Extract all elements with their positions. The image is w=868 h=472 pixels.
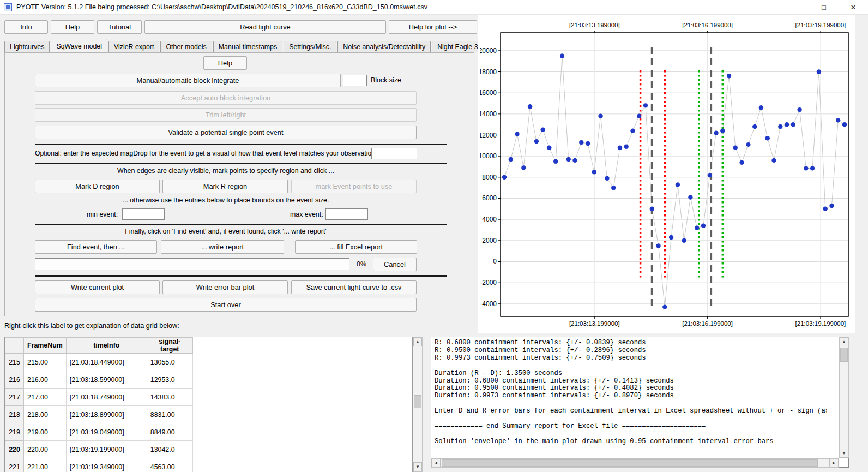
- cell-timeinfo[interactable]: [21:03:18.599000]: [66, 371, 147, 389]
- data-point[interactable]: [752, 124, 757, 129]
- data-point[interactable]: [778, 124, 782, 129]
- mark-d-region-button[interactable]: Mark D region: [35, 180, 160, 193]
- mark-event-points-button[interactable]: mark Event points to use: [291, 180, 417, 193]
- cell-framenum[interactable]: 215.00: [24, 354, 67, 371]
- tab-vizier-export[interactable]: VizieR export: [108, 41, 159, 52]
- report-console[interactable]: R: 0.6800 containment intervals: {+/- 0.…: [431, 337, 849, 468]
- row-header[interactable]: 218: [5, 406, 24, 423]
- mark-r-region-button[interactable]: Mark R region: [162, 180, 288, 193]
- data-point[interactable]: [771, 158, 776, 163]
- data-point[interactable]: [669, 235, 673, 240]
- data-point[interactable]: [521, 165, 526, 170]
- column-header-framenum[interactable]: FrameNum: [24, 338, 67, 354]
- scroll-down-icon[interactable]: ▼: [840, 449, 848, 458]
- row-header[interactable]: 217: [5, 389, 24, 406]
- data-point[interactable]: [701, 224, 706, 228]
- data-point[interactable]: [682, 238, 686, 243]
- find-event-button[interactable]: Find event, then ...: [35, 240, 157, 254]
- row-header[interactable]: 219: [5, 423, 24, 441]
- read-light-curve-button[interactable]: Read light curve: [144, 20, 386, 34]
- scroll-left-icon[interactable]: ◄: [431, 459, 441, 467]
- data-point[interactable]: [579, 140, 583, 145]
- data-point[interactable]: [637, 114, 641, 118]
- data-point[interactable]: [618, 146, 622, 150]
- help-for-plot-button[interactable]: Help for plot -->: [389, 20, 477, 34]
- cell-framenum[interactable]: 216.00: [24, 371, 67, 389]
- data-point[interactable]: [714, 130, 718, 135]
- data-point[interactable]: [605, 176, 609, 181]
- row-header[interactable]: 221: [5, 458, 24, 472]
- cell-signal-target[interactable]: 13055.0: [147, 354, 192, 371]
- cell-signal-target[interactable]: 8849.00: [147, 423, 192, 441]
- cell-timeinfo[interactable]: [21:03:19.199000]: [66, 441, 147, 458]
- start-over-button[interactable]: Start over: [35, 298, 417, 312]
- min-event-input[interactable]: [122, 208, 165, 220]
- cell-framenum[interactable]: 217.00: [24, 389, 67, 406]
- data-point[interactable]: [785, 122, 789, 127]
- scroll-right-icon[interactable]: ►: [829, 459, 839, 467]
- row-header[interactable]: 215: [5, 354, 24, 371]
- scroll-up-icon[interactable]: ▲: [840, 337, 848, 346]
- tab-settings-misc-[interactable]: Settings/Misc.: [284, 41, 336, 52]
- data-point[interactable]: [547, 146, 551, 150]
- data-point[interactable]: [759, 105, 763, 110]
- info-button[interactable]: Info: [4, 20, 48, 34]
- data-point[interactable]: [817, 69, 821, 74]
- maximize-icon[interactable]: □: [809, 0, 839, 15]
- report-horizontal-scrollbar[interactable]: ◄ ►: [431, 458, 839, 468]
- magdrop-input[interactable]: [371, 148, 417, 159]
- panel-help-button[interactable]: Help: [203, 56, 247, 70]
- trim-left-right-button[interactable]: Trim left/right: [35, 108, 417, 122]
- cell-timeinfo[interactable]: [21:03:18.449000]: [66, 354, 147, 371]
- grid-vertical-scrollbar[interactable]: ▲ ▼: [413, 337, 423, 472]
- row-header[interactable]: 220: [5, 441, 24, 458]
- data-point[interactable]: [836, 118, 840, 122]
- tutorial-button[interactable]: Tutorial: [97, 20, 142, 34]
- data-point[interactable]: [797, 107, 801, 112]
- grid-scrollbar-thumb[interactable]: [414, 395, 421, 408]
- data-point[interactable]: [534, 139, 539, 144]
- tab-manual-timestamps[interactable]: Manual timestamps: [213, 41, 282, 52]
- tab-night-eagle-3[interactable]: Night Eagle 3: [432, 41, 483, 52]
- grid-explanation-label[interactable]: Right-click this label to get explanatio…: [4, 322, 179, 330]
- data-point[interactable]: [528, 104, 532, 109]
- data-grid[interactable]: FrameNumtimeInfosignal-target215215.00[2…: [4, 337, 413, 472]
- cell-framenum[interactable]: 219.00: [24, 423, 67, 441]
- data-point[interactable]: [592, 170, 596, 174]
- cell-signal-target[interactable]: 8831.00: [147, 406, 192, 423]
- data-point[interactable]: [695, 225, 699, 230]
- cell-timeinfo[interactable]: [21:03:19.349000]: [66, 458, 147, 472]
- data-point[interactable]: [823, 207, 828, 211]
- data-point[interactable]: [791, 122, 795, 127]
- cell-signal-target[interactable]: 4563.00: [147, 458, 192, 472]
- tab-sqwave-model[interactable]: SqWave model: [51, 39, 107, 52]
- data-point[interactable]: [746, 142, 750, 147]
- data-point[interactable]: [708, 173, 712, 177]
- data-point[interactable]: [624, 145, 629, 149]
- write-current-plot-button[interactable]: Write current plot: [35, 280, 160, 294]
- data-point[interactable]: [572, 158, 577, 163]
- cell-signal-target[interactable]: 13042.0: [147, 441, 192, 458]
- block-integrate-button[interactable]: Manual/automatic block integrate: [35, 74, 341, 87]
- help-button[interactable]: Help: [51, 20, 94, 34]
- data-point[interactable]: [502, 175, 507, 180]
- block-size-input[interactable]: [343, 75, 367, 86]
- cancel-button[interactable]: Cancel: [373, 258, 417, 271]
- accept-auto-block-button[interactable]: Accept auto block integration: [35, 91, 417, 105]
- cell-timeinfo[interactable]: [21:03:18.749000]: [66, 389, 147, 406]
- scroll-up-icon[interactable]: ▲: [413, 337, 422, 346]
- data-point[interactable]: [630, 129, 635, 133]
- data-point[interactable]: [733, 146, 738, 150]
- data-point[interactable]: [842, 122, 847, 127]
- report-hscrollbar-thumb[interactable]: [442, 459, 818, 467]
- tab-lightcurves[interactable]: Lightcurves: [4, 41, 50, 52]
- report-scrollbar-thumb[interactable]: [840, 348, 848, 362]
- data-point[interactable]: [765, 136, 770, 140]
- data-point[interactable]: [662, 304, 667, 309]
- data-point[interactable]: [720, 129, 725, 133]
- write-error-bar-plot-button[interactable]: Write error bar plot: [162, 280, 288, 294]
- data-point[interactable]: [586, 141, 590, 146]
- column-header-timeinfo[interactable]: timeInfo: [66, 338, 147, 354]
- fill-excel-report-button[interactable]: ... fill Excel report: [295, 240, 417, 254]
- column-header-signal-target[interactable]: signal-target: [147, 338, 192, 354]
